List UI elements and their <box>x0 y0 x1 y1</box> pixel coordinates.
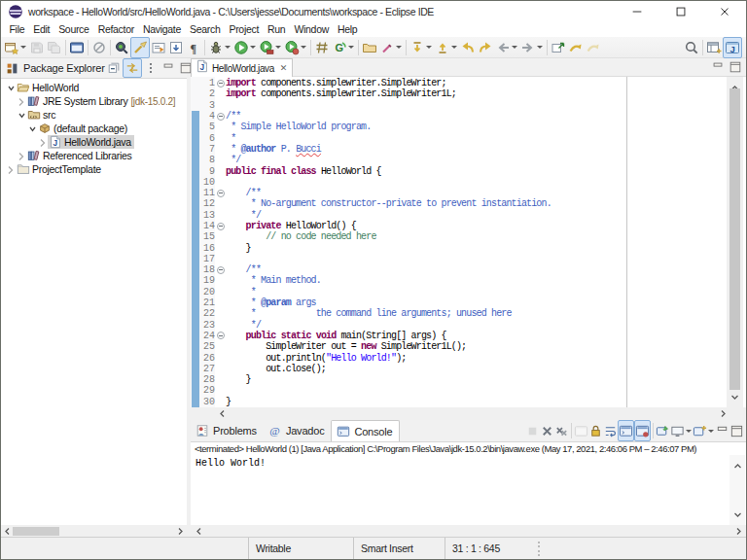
scroll-right-icon[interactable] <box>732 525 744 537</box>
status-drag-handle[interactable] <box>538 542 541 556</box>
collapsed-arrow-icon[interactable] <box>5 162 16 176</box>
menu-file[interactable]: File <box>5 23 29 35</box>
menu-help[interactable]: Help <box>333 23 361 35</box>
editor-vscrollbar[interactable] <box>727 77 743 407</box>
scroll-right-icon[interactable] <box>174 525 186 537</box>
fold-collapse-icon[interactable] <box>216 331 226 341</box>
expanded-arrow-icon[interactable] <box>5 81 16 94</box>
tab-javadoc[interactable]: @Javadoc <box>264 420 332 441</box>
package-explorer-hscrollbar[interactable] <box>1 525 187 537</box>
code-lines[interactable]: 1import components.simplewriter.SimpleWr… <box>191 78 716 407</box>
maximize-view-icon[interactable] <box>729 420 744 441</box>
collapsed-arrow-icon[interactable] <box>37 135 48 149</box>
scroll-left-icon[interactable] <box>216 407 228 420</box>
fold-collapse-icon[interactable] <box>216 188 226 198</box>
menu-project[interactable]: Project <box>225 23 264 35</box>
save-all-icon[interactable] <box>46 37 63 58</box>
maximize-window-button[interactable] <box>658 1 702 21</box>
expanded-arrow-icon[interactable] <box>16 108 26 122</box>
tree-item-helloworld[interactable]: HelloWorld <box>1 81 187 94</box>
display-console-icon[interactable] <box>670 420 693 441</box>
mark-occurrences-icon[interactable] <box>130 37 150 58</box>
scroll-down-icon[interactable] <box>733 506 742 523</box>
minimize-window-button[interactable] <box>615 1 658 21</box>
breadcrumb-icon[interactable] <box>150 37 167 58</box>
new-wizard-icon[interactable] <box>3 37 28 58</box>
prev-annotation-icon[interactable] <box>434 37 459 58</box>
console-hscrollbar[interactable] <box>191 525 746 537</box>
coverage-icon[interactable] <box>258 37 283 58</box>
tree-item-src[interactable]: src <box>1 108 187 122</box>
swoosh-light-icon[interactable] <box>585 37 602 58</box>
remove-all-icon[interactable] <box>554 420 569 441</box>
status-cursor-position[interactable]: 31 : 1 : 645 <box>445 538 534 559</box>
forward-icon[interactable] <box>519 37 545 58</box>
console-window-icon[interactable] <box>68 37 86 58</box>
remove-launch-icon[interactable] <box>540 420 554 441</box>
run-icon[interactable] <box>232 37 258 58</box>
stdout-console-icon[interactable] <box>618 420 634 441</box>
menu-refactor[interactable]: Refactor <box>93 23 138 35</box>
menu-edit[interactable]: Edit <box>29 23 54 35</box>
editor-vscrollbar-thumb[interactable] <box>729 88 740 390</box>
tree-item-projecttemplate[interactable]: ProjectTemplate <box>1 162 187 176</box>
show-selected-icon[interactable] <box>167 37 185 58</box>
menu-window[interactable]: Window <box>290 23 334 35</box>
swoosh-icon[interactable] <box>567 37 585 58</box>
status-insert-mode[interactable]: Smart Insert <box>353 538 445 559</box>
profile-icon[interactable] <box>283 37 308 58</box>
collapsed-arrow-icon[interactable] <box>16 94 26 108</box>
maximize-view-icon[interactable] <box>727 57 744 77</box>
open-type-icon[interactable] <box>361 37 378 58</box>
editor-hscrollbar[interactable] <box>191 407 746 420</box>
edit-back-icon[interactable] <box>459 37 477 58</box>
java-perspective-icon[interactable]: J <box>723 37 742 58</box>
skip-breakpoints-icon[interactable] <box>90 37 108 58</box>
collapsed-arrow-icon[interactable] <box>16 149 26 162</box>
whitespace-icon[interactable]: ¶ <box>185 37 202 58</box>
console-output[interactable]: Hello World! <box>191 455 746 525</box>
fold-collapse-icon[interactable] <box>216 78 226 88</box>
tree-item-jre-system-library[interactable]: JRE System Library [jdk-15.0.2] <box>1 94 187 108</box>
pin-console-icon[interactable] <box>656 420 670 441</box>
back-icon[interactable] <box>494 37 519 58</box>
tab-problems[interactable]: Problems <box>191 420 264 441</box>
scroll-up-icon[interactable] <box>733 457 742 474</box>
scroll-lock-icon[interactable] <box>588 420 603 441</box>
tab-console[interactable]: Console <box>331 420 400 441</box>
close-window-button[interactable] <box>702 1 746 21</box>
hscrollbar-thumb[interactable] <box>13 527 59 536</box>
fold-collapse-icon[interactable] <box>216 221 226 231</box>
package-explorer-tree[interactable]: HelloWorldJRE System Library [jdk-15.0.2… <box>1 79 187 525</box>
tree-item-helloworld-java[interactable]: JHelloWorld.java <box>1 135 187 149</box>
scroll-down-icon[interactable] <box>730 388 739 405</box>
tree-item--default-package-[interactable]: (default package) <box>1 122 187 135</box>
search-icon[interactable] <box>683 37 700 58</box>
open-perspective-icon[interactable] <box>705 37 723 58</box>
tree-item-referenced-libraries[interactable]: Referenced Libraries <box>1 149 187 162</box>
fold-collapse-icon[interactable] <box>216 264 226 275</box>
annotate-pen-icon[interactable] <box>378 37 404 58</box>
minimize-view-icon[interactable] <box>160 58 177 78</box>
fold-collapse-icon[interactable] <box>216 111 226 122</box>
code-editor[interactable]: 1import components.simplewriter.SimpleWr… <box>191 77 746 407</box>
minimize-view-icon[interactable] <box>709 57 727 77</box>
word-wrap-icon[interactable] <box>603 420 618 441</box>
editor-tab-helloworld[interactable]: J HelloWorld.java ✕ <box>191 58 293 77</box>
edit-forward-icon[interactable] <box>477 37 494 58</box>
menu-navigate[interactable]: Navigate <box>138 23 185 35</box>
minimize-view-icon[interactable] <box>715 420 729 441</box>
collapse-all-icon[interactable] <box>105 58 123 78</box>
stderr-console-icon[interactable] <box>634 420 651 441</box>
view-menu-icon[interactable] <box>142 58 160 78</box>
menu-search[interactable]: Search <box>185 23 224 35</box>
close-tab-icon[interactable]: ✕ <box>280 63 288 73</box>
menu-run[interactable]: Run <box>264 23 290 35</box>
scroll-right-icon[interactable] <box>717 407 729 420</box>
console-vscrollbar[interactable] <box>729 455 745 525</box>
save-icon[interactable] <box>28 37 46 58</box>
scroll-left-icon[interactable] <box>1 525 13 537</box>
scroll-left-icon[interactable] <box>193 525 204 537</box>
open-console-icon[interactable] <box>693 420 715 441</box>
menu-source[interactable]: Source <box>54 23 93 35</box>
